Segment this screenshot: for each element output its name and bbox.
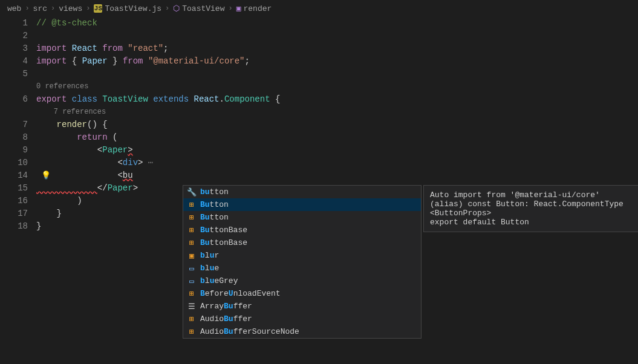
class-icon: ⊞ xyxy=(187,200,197,210)
suggestion-item[interactable]: ▭blueGrey xyxy=(183,275,421,287)
suggestion-label: AudioBufferSourceNode xyxy=(200,327,299,336)
suggestion-item[interactable]: ⊞AudioBufferSourceNode xyxy=(183,325,421,338)
code-line: render() { xyxy=(36,119,638,131)
crumb-src[interactable]: src xyxy=(33,4,47,13)
code-line: 💡 <bu xyxy=(36,169,638,182)
code-line xyxy=(36,30,638,42)
crumb-method[interactable]: ▣render xyxy=(236,4,272,13)
code-line: <div> ⋯ xyxy=(36,157,638,169)
codelens-references[interactable]: 0 references xyxy=(36,80,638,93)
suggestion-label: AudioBuffer xyxy=(200,314,252,323)
class-icon: ⊞ xyxy=(187,327,197,337)
prop-icon: ▭ xyxy=(187,264,197,273)
editor[interactable]: 1 2 3− 4 5 6 7 8 9− 10+ 14 15 16 17 18 /… xyxy=(0,17,638,364)
suggestion-label: ButtonBase xyxy=(200,226,247,235)
code-area[interactable]: // @ts-check import React from "react"; … xyxy=(36,17,638,364)
class-icon: ⊞ xyxy=(187,314,197,324)
class-icon: ⊞ xyxy=(187,238,197,248)
symbol-class-icon: ⬡ xyxy=(173,4,180,13)
suggestion-label: ArrayBuffer xyxy=(200,302,252,311)
code-line: import { Paper } from "@material-ui/core… xyxy=(36,55,638,68)
class-icon: ⊞ xyxy=(187,213,197,223)
symbol-method-icon: ▣ xyxy=(236,4,241,13)
chevron-right-icon: › xyxy=(86,4,90,13)
breadcrumb: web › src › views › JSToastView.js › ⬡To… xyxy=(0,0,638,17)
suggestion-item[interactable]: ⊞BeforeUnloadEvent xyxy=(183,287,421,300)
chevron-right-icon: › xyxy=(25,4,29,13)
chevron-right-icon: › xyxy=(51,4,55,13)
suggestion-label: Button xyxy=(200,213,229,222)
lightbulb-icon[interactable]: 💡 xyxy=(41,169,51,182)
suggestion-item[interactable]: ▣blur xyxy=(183,249,421,262)
js-file-icon: JS xyxy=(94,4,102,13)
crumb-file[interactable]: JSToastView.js xyxy=(94,4,161,13)
suggestion-item[interactable]: 🔧button xyxy=(183,186,421,198)
code-line: return ( xyxy=(36,131,638,144)
suggestion-item[interactable]: ⊞ButtonBase xyxy=(183,236,421,249)
suggestion-item[interactable]: ▭blue xyxy=(183,262,421,275)
prop-icon: ▭ xyxy=(187,276,197,286)
suggestion-label: BeforeUnloadEvent xyxy=(200,289,281,298)
code-line xyxy=(36,68,638,80)
suggestion-item[interactable]: ⊞ButtonBase xyxy=(183,224,421,236)
suggestion-label: Button xyxy=(200,200,229,209)
suggestion-label: blur xyxy=(200,251,219,260)
code-line: export class ToastView extends React.Com… xyxy=(36,93,638,106)
code-line: // @ts-check xyxy=(36,17,638,30)
cube-icon: ▣ xyxy=(187,251,197,261)
suggestion-item[interactable]: ⊞AudioBuffer xyxy=(183,313,421,325)
suggestion-item[interactable]: ⊞Button xyxy=(183,211,421,224)
wrench-icon: 🔧 xyxy=(187,187,197,197)
crumb-views[interactable]: views xyxy=(59,4,82,13)
suggestion-label: blueGrey xyxy=(200,276,238,285)
class-icon: ⊞ xyxy=(187,226,197,235)
suggestion-label: button xyxy=(200,187,229,197)
suggestion-label: ButtonBase xyxy=(200,238,247,247)
class-icon: ⊞ xyxy=(187,289,197,299)
chevron-right-icon: › xyxy=(228,4,232,13)
code-line: <Paper> xyxy=(36,144,638,157)
suggestion-label: blue xyxy=(200,264,219,273)
enum-icon: ☰ xyxy=(187,302,197,311)
codelens-references[interactable]: 7 references xyxy=(36,106,638,119)
suggestion-item[interactable]: ☰ArrayBuffer xyxy=(183,300,421,313)
intellisense-details: ✕ Auto import from '@material-ui/core' (… xyxy=(423,185,638,232)
chevron-right-icon: › xyxy=(165,4,169,13)
suggestion-item[interactable]: ⊞Button xyxy=(183,198,421,211)
code-line: import React from "react"; xyxy=(36,42,638,55)
crumb-class[interactable]: ⬡ToastView xyxy=(173,4,224,13)
line-number-gutter: 1 2 3− 4 5 6 7 8 9− 10+ 14 15 16 17 18 xyxy=(0,17,36,364)
intellisense-popup[interactable]: 🔧button⊞Button⊞Button⊞ButtonBase⊞ButtonB… xyxy=(183,185,422,339)
crumb-web[interactable]: web xyxy=(7,4,21,13)
